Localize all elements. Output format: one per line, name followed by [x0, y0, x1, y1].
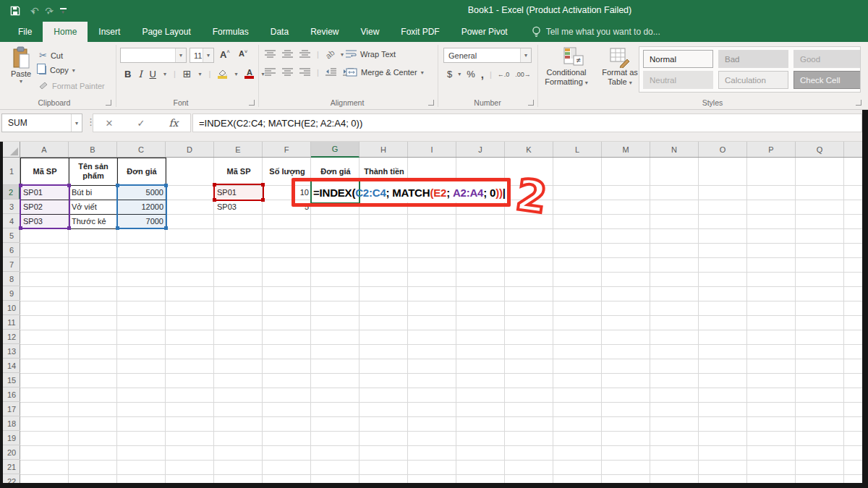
grow-font-button[interactable]: A˄ [220, 49, 229, 60]
row-header-13[interactable]: 13 [3, 344, 20, 359]
row-header-15[interactable]: 15 [3, 373, 20, 388]
row-header-6[interactable]: 6 [3, 243, 20, 257]
clipboard-dialog-launcher[interactable] [106, 100, 111, 106]
number-format-select[interactable]: General ▾ [443, 48, 532, 63]
tab-power-pivot[interactable]: Power Pivot [451, 22, 519, 42]
merge-center-button[interactable]: Merge & Center ▾ [346, 68, 424, 77]
cancel-button[interactable]: ✕ [106, 118, 114, 129]
fill-handle[interactable] [19, 184, 22, 187]
format-painter-button[interactable]: Format Painter [39, 82, 105, 90]
shrink-font-button[interactable]: A˅ [239, 49, 247, 58]
tab-file[interactable]: File [7, 22, 43, 42]
borders-button[interactable]: ⊞ [183, 68, 192, 80]
row-header-14[interactable]: 14 [3, 359, 20, 373]
fill-handle[interactable] [116, 184, 119, 187]
fill-handle[interactable] [116, 226, 119, 230]
style-normal[interactable]: Normal [643, 50, 713, 68]
bold-button[interactable]: B [124, 69, 131, 80]
fill-handle[interactable] [213, 198, 216, 202]
fill-handle[interactable] [164, 184, 168, 187]
top-align-button[interactable] [265, 50, 276, 59]
align-right-button[interactable] [299, 68, 310, 77]
column-header-K[interactable]: K [505, 142, 553, 157]
fill-handle[interactable] [19, 226, 22, 230]
column-header-N[interactable]: N [650, 142, 699, 157]
row-header-8[interactable]: 8 [3, 272, 20, 286]
column-header-E[interactable]: E [214, 142, 263, 157]
style-good[interactable]: Good [793, 50, 861, 68]
enter-button[interactable]: ✓ [137, 118, 145, 129]
currency-button[interactable]: $ [447, 69, 452, 80]
row-header-5[interactable]: 5 [3, 228, 20, 243]
cell-C1[interactable]: Đơn giá [117, 158, 166, 185]
style-check-cell[interactable]: Check Cell [793, 71, 861, 89]
column-header-D[interactable]: D [166, 142, 214, 157]
row-header-11[interactable]: 11 [3, 315, 20, 330]
column-header-L[interactable]: L [553, 142, 602, 157]
select-all-button[interactable] [3, 142, 20, 158]
column-header-J[interactable]: J [456, 142, 505, 157]
decrease-decimal-button[interactable]: .00→ [515, 71, 531, 78]
cell-B1[interactable]: Tên sản phẩm [69, 158, 118, 185]
fill-handle[interactable] [67, 226, 71, 230]
fill-handle[interactable] [261, 183, 265, 187]
customize-qat-button[interactable]: ▾ [60, 8, 67, 14]
row-header-21[interactable]: 21 [3, 460, 20, 474]
copy-button[interactable]: Copy ▾ [39, 66, 75, 74]
undo-button[interactable]: ↶▾ [30, 6, 35, 16]
column-header-M[interactable]: M [602, 142, 650, 157]
fill-color-button[interactable] [218, 69, 227, 79]
tab-formulas[interactable]: Formulas [202, 22, 260, 42]
tab-foxit-pdf[interactable]: Foxit PDF [390, 22, 450, 42]
column-header-G[interactable]: G [311, 142, 359, 158]
cell-B4[interactable]: Thước kẻ [69, 214, 118, 228]
middle-align-button[interactable] [282, 50, 293, 59]
column-header-H[interactable]: H [359, 142, 408, 157]
row-header-4[interactable]: 4 [3, 214, 20, 228]
italic-button[interactable]: I [138, 69, 142, 80]
row-header-20[interactable]: 20 [3, 445, 20, 460]
row-header-7[interactable]: 7 [3, 257, 20, 272]
increase-decimal-button[interactable]: ←.0 [498, 71, 510, 78]
style-bad[interactable]: Bad [718, 50, 788, 68]
align-left-button[interactable] [265, 68, 276, 77]
format-as-table-button[interactable]: Format as Table ▾ [602, 46, 638, 87]
font-color-button[interactable]: A [244, 69, 254, 79]
fill-handle[interactable] [261, 198, 265, 202]
row-header-9[interactable]: 9 [3, 286, 20, 301]
row-header-17[interactable]: 17 [3, 402, 20, 416]
tab-insert[interactable]: Insert [88, 22, 131, 42]
tab-home[interactable]: Home [43, 22, 88, 42]
column-header-B[interactable]: B [69, 142, 117, 157]
fill-handle[interactable] [164, 226, 168, 230]
column-header-A[interactable]: A [20, 142, 69, 157]
cell-A1[interactable]: Mã SP [20, 158, 69, 185]
decrease-indent-button[interactable] [326, 68, 336, 77]
tab-data[interactable]: Data [260, 22, 299, 42]
wrap-text-button[interactable]: Wrap Text [346, 50, 396, 59]
comma-button[interactable]: , [481, 68, 484, 80]
row-header-16[interactable]: 16 [3, 388, 20, 402]
tell-me-box[interactable]: Tell me what you want to do... [532, 22, 660, 42]
tab-review[interactable]: Review [299, 22, 349, 42]
name-box[interactable]: SUM ▾ [1, 114, 82, 132]
row-header-2[interactable]: 2 [3, 185, 20, 200]
orientation-button[interactable]: ab [323, 48, 336, 60]
styles-dialog-launcher[interactable] [856, 100, 861, 106]
font-size-input[interactable]: 11 ▾ [190, 48, 214, 63]
column-header-C[interactable]: C [117, 142, 166, 157]
formula-input[interactable]: =INDEX(C2:C4; MATCH(E2; A2:A4; 0)) [192, 114, 862, 132]
row-header-3[interactable]: 3 [3, 200, 20, 214]
cell-B2[interactable]: Bút bi [69, 185, 118, 200]
bottom-align-button[interactable] [299, 50, 310, 59]
row-header-1[interactable]: 1 [3, 158, 20, 185]
name-box-caret[interactable]: ▾ [71, 114, 82, 132]
paste-button[interactable]: Paste ▾ [6, 46, 36, 100]
fill-handle[interactable] [67, 184, 71, 187]
row-header-10[interactable]: 10 [3, 301, 20, 315]
cut-button[interactable]: ✂ Cut [39, 50, 63, 61]
fill-handle[interactable] [213, 183, 216, 187]
column-header-O[interactable]: O [699, 142, 747, 157]
font-dialog-launcher[interactable] [249, 100, 255, 106]
column-header-I[interactable]: I [408, 142, 456, 157]
